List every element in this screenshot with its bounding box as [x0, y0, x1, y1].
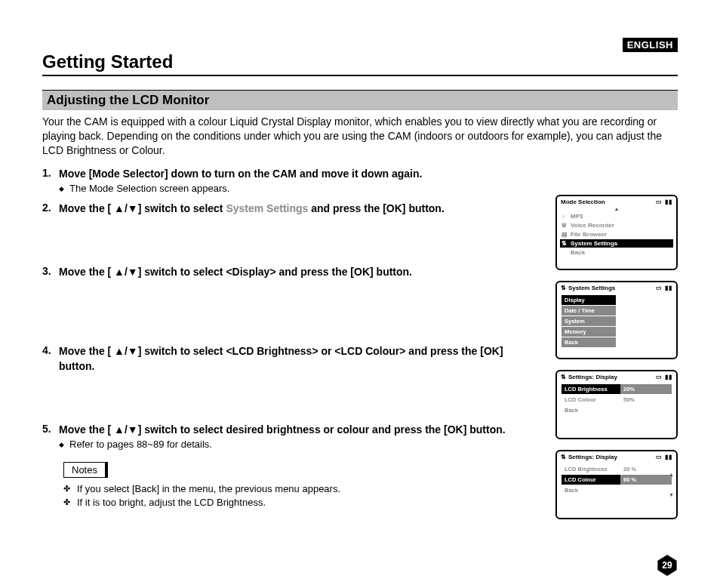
row-back: Back — [562, 485, 672, 495]
row-lcd-colour-label: LCD Colour — [562, 475, 620, 485]
screen-settings-display-colour: 5 ⇅Settings: Display ▭ ▮▮ LCD Brightness… — [555, 450, 678, 519]
menu-item-system-settings: ⇅System Settings — [560, 239, 673, 248]
screen-title: Mode Selection — [561, 199, 605, 205]
status-icons: ▭ ▮▮ — [656, 374, 672, 380]
screen-illustrations: 2 Mode Selection ▭ ▮▮ ▲ ♪MP3 ⋓Voice Reco… — [542, 195, 678, 530]
status-icons: ▭ ▮▮ — [656, 199, 672, 205]
step-instruction: Move the [ ▲/▼] switch to select System … — [59, 202, 534, 217]
scroll-up-icon: ▲ — [560, 206, 673, 211]
menu-label: MP3 — [571, 213, 672, 220]
screen-title: ⇅Settings: Display — [561, 454, 617, 460]
step-instruction: Move the [ ▲/▼] switch to select <LCD Br… — [59, 344, 534, 374]
row-lcd-brightness-value: 20 % — [620, 464, 639, 474]
menu-item-voice: ⋓Voice Recorder — [560, 221, 673, 229]
mic-icon: ⋓ — [562, 222, 571, 229]
step-1: 1. Move [Mode Selector] down to turn on … — [42, 167, 678, 196]
step-number: 1. — [42, 167, 59, 179]
chapter-title: Getting Started — [42, 51, 678, 76]
menu-item-file: ▤File Browser — [560, 230, 673, 239]
step-subnote: The Mode Selection screen appears. — [69, 183, 534, 194]
step-number: 3. — [42, 265, 59, 277]
menu-item-memory: Memory — [562, 327, 616, 337]
title-text: Settings: Display — [568, 374, 617, 380]
notes-label: Notes — [63, 462, 108, 478]
instr-highlight: System Settings — [226, 202, 308, 214]
sliders-icon: ⇅ — [561, 374, 566, 380]
row-lcd-colour-value: 60 % — [620, 475, 672, 485]
language-tag: ENGLISH — [623, 38, 678, 52]
menu-item-back: Back — [560, 248, 673, 257]
screen-title: ⇅System Settings — [561, 285, 615, 291]
page-number-badge: 29 — [657, 555, 678, 576]
step-subnote: Refer to pages 88~89 for details. — [69, 439, 534, 450]
step-instruction: Move the [ ▲/▼] switch to select desired… — [59, 423, 534, 438]
sliders-icon: ⇅ — [561, 454, 566, 460]
value-adjust-arrows: ▲▼ — [669, 472, 674, 497]
instr-part-a: Move the [ ▲/▼] switch to select — [59, 202, 226, 214]
menu-label: File Browser — [571, 231, 672, 238]
menu-label: Voice Recorder — [571, 222, 672, 229]
row-lcd-brightness-label: LCD Brightness — [562, 384, 620, 394]
menu-label: Back — [571, 249, 672, 256]
row-lcd-colour-label: LCD Colour — [562, 395, 620, 405]
row-lcd-brightness-value: 20% — [620, 384, 672, 394]
step-number: 5. — [42, 423, 59, 435]
step-instruction: Move the [ ▲/▼] switch to select <Displa… — [59, 265, 534, 280]
section-heading: Adjusting the LCD Monitor — [42, 90, 678, 110]
menu-label: System Settings — [571, 240, 672, 247]
title-text: System Settings — [568, 285, 615, 291]
status-icons: ▭ ▮▮ — [656, 454, 672, 460]
status-icons: ▭ ▮▮ — [656, 285, 672, 291]
screen-mode-selection: 2 Mode Selection ▭ ▮▮ ▲ ♪MP3 ⋓Voice Reco… — [555, 195, 678, 270]
title-text: Settings: Display — [568, 454, 617, 460]
sliders-icon: ⇅ — [561, 285, 566, 291]
step-instruction: Move [Mode Selector] down to turn on the… — [59, 167, 534, 182]
screen-settings-display-brightness: 4 ⇅Settings: Display ▭ ▮▮ LCD Brightness… — [555, 370, 678, 439]
screen-step-tag: 5 — [555, 451, 557, 465]
menu-item-datetime: Date / Time — [562, 306, 616, 316]
screen-title: ⇅Settings: Display — [561, 374, 617, 380]
step-number: 4. — [42, 344, 59, 356]
step-number: 2. — [42, 202, 59, 214]
menu-item-mp3: ♪MP3 — [560, 212, 673, 220]
instr-part-b: and press the [OK] button. — [308, 202, 444, 214]
menu-item-back: Back — [562, 337, 616, 347]
chevron-down-icon: ▼ — [669, 492, 674, 497]
menu-item-display: Display — [562, 295, 616, 305]
screen-step-tag: 3 — [555, 282, 557, 296]
screen-step-tag: 2 — [555, 196, 557, 210]
row-back: Back — [562, 405, 672, 415]
intro-paragraph: Your the CAM is equipped with a colour L… — [42, 115, 678, 158]
menu-item-system: System — [562, 316, 616, 326]
folder-icon: ▤ — [562, 231, 571, 238]
row-lcd-brightness-label: LCD Brightness — [562, 464, 620, 474]
sliders-icon: ⇅ — [562, 240, 571, 247]
row-lcd-colour-value: 50% — [620, 395, 638, 405]
screen-system-settings: 3 ⇅System Settings ▭ ▮▮ Display Date / T… — [555, 281, 678, 359]
note-icon: ♪ — [562, 213, 571, 220]
chevron-up-icon: ▲ — [669, 472, 674, 477]
screen-step-tag: 4 — [555, 371, 557, 385]
